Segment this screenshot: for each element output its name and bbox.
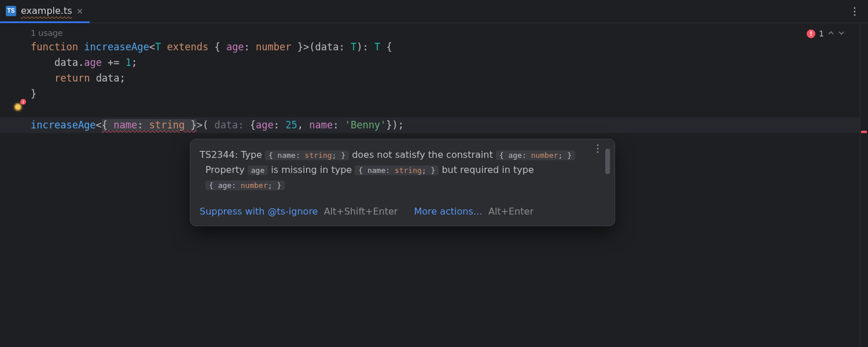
kebab-icon (594, 144, 602, 153)
tooltip-message-line-2: Property age is missing in type { name: … (200, 163, 588, 193)
tab-filename: example.ts (21, 5, 72, 16)
intention-bulb-error-badge: ! (20, 99, 26, 105)
code-line-1[interactable]: function increaseAge<T extends { age: nu… (31, 39, 860, 55)
code-line-3[interactable]: return data; (31, 71, 860, 86)
problems-widget[interactable]: ! 1 (807, 29, 845, 38)
tooltip-message-line-1: TS2344: Type { name: string; } does not … (200, 147, 588, 163)
error-icon: ! (807, 29, 815, 38)
suppress-shortcut: Alt+Shift+Enter (324, 206, 398, 217)
editor-area: ! 1 ! 1 usage function increaseAge<T ext… (0, 23, 868, 347)
tab-bar-more-button[interactable] (851, 0, 859, 23)
svg-point-0 (854, 8, 856, 9)
tooltip-actions: Suppress with @ts-ignore Alt+Shift+Enter… (200, 204, 588, 219)
more-actions-shortcut: Alt+Enter (488, 206, 534, 217)
error-count: 1 (819, 29, 824, 38)
tab-bar: TS example.ts × (0, 0, 868, 23)
usages-inlay[interactable]: 1 usage (31, 28, 860, 38)
tab-example-ts[interactable]: TS example.ts × (0, 0, 90, 23)
svg-point-2 (854, 14, 856, 16)
tooltip-more-button[interactable] (594, 143, 602, 157)
code-line-5[interactable] (31, 102, 860, 117)
svg-point-5 (597, 152, 599, 153)
svg-point-1 (854, 11, 856, 13)
code-line-2[interactable]: data.age += 1; (31, 55, 860, 71)
svg-point-4 (597, 148, 599, 150)
intention-bulb-icon[interactable]: ! (14, 103, 22, 111)
svg-point-3 (597, 145, 599, 146)
error-tooltip: TS2344: Type { name: string; } does not … (190, 139, 615, 226)
prev-problem-button[interactable] (827, 29, 834, 38)
error-stripe[interactable] (860, 23, 868, 347)
typescript-file-icon: TS (6, 6, 16, 16)
kebab-icon (851, 7, 859, 16)
inlay-param-hint: data: (214, 119, 244, 131)
next-problem-button[interactable] (838, 29, 845, 38)
suppress-ts-ignore-link[interactable]: Suppress with @ts-ignore (200, 206, 318, 217)
code-editor[interactable]: ! 1 ! 1 usage function increaseAge<T ext… (0, 23, 860, 347)
close-tab-icon[interactable]: × (77, 6, 83, 16)
code-line-6[interactable]: increaseAge<{ name: string }>( data: {ag… (0, 117, 860, 133)
error-stripe-mark[interactable] (861, 131, 867, 133)
tooltip-scrollbar[interactable] (605, 149, 610, 174)
more-actions-link[interactable]: More actions… (414, 206, 482, 217)
code-line-4[interactable]: } (31, 86, 860, 102)
